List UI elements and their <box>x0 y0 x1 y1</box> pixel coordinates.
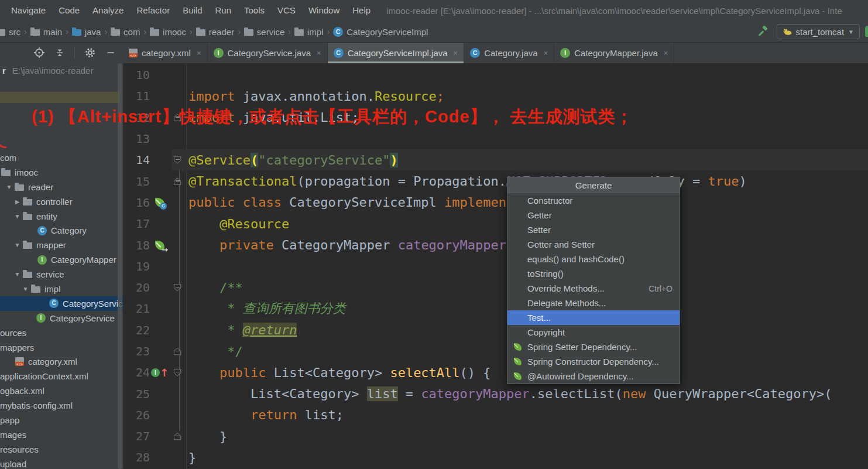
tree-item-mages[interactable]: mages <box>0 427 123 442</box>
generate-item-override-methods-[interactable]: Override Methods...Ctrl+O <box>507 281 680 296</box>
breadcrumb-reader[interactable]: reader <box>196 27 234 37</box>
breadcrumb-java[interactable]: java <box>72 27 101 37</box>
chevron-right-icon[interactable]: ▶ <box>13 198 22 205</box>
tree-item-reader[interactable]: ▼reader <box>0 180 123 194</box>
hide-panel-icon[interactable] <box>105 47 116 58</box>
generate-item-setter[interactable]: Setter <box>507 222 680 237</box>
chevron-down-icon[interactable]: ▼ <box>13 213 22 220</box>
tree-item-ources[interactable]: ources <box>0 326 123 340</box>
breadcrumb-src[interactable]: src <box>0 27 20 37</box>
tree-item-mybatis-config.xml[interactable]: mybatis-config.xml <box>0 398 123 413</box>
project-root[interactable]: r E:\java\imooc-reader <box>2 66 93 76</box>
spring-autowired-icon[interactable]: → <box>155 240 165 251</box>
generate-item-test-[interactable]: Test... <box>507 310 680 325</box>
tree-item-impl[interactable]: ▼impl <box>0 282 123 296</box>
generate-item-tostring-[interactable]: toString() <box>507 266 680 281</box>
fold-down-icon[interactable] <box>174 156 181 164</box>
line-number[interactable]: 11 <box>123 89 150 103</box>
tree-item-papp[interactable]: papp <box>0 413 123 427</box>
run-configuration-select[interactable]: start_tomcat ▼ <box>777 24 860 39</box>
close-tab-icon[interactable]: × <box>317 49 321 57</box>
breadcrumb-imooc[interactable]: imooc <box>150 27 186 37</box>
generate-item-spring-constructor-dependency-[interactable]: Spring Constructor Dependency... <box>507 354 680 369</box>
tab-category.xml[interactable]: category.xml× <box>123 42 208 63</box>
generate-item-getter-and-setter[interactable]: Getter and Setter <box>507 237 680 252</box>
tab-CategoryServiceImpl.java[interactable]: CCategoryServiceImpl.java× <box>328 42 465 63</box>
breadcrumb-com[interactable]: com <box>111 27 140 37</box>
menu-item-analyze[interactable]: Analyze <box>86 0 130 21</box>
tab-Category.java[interactable]: CCategory.java× <box>464 42 554 63</box>
breadcrumb-impl[interactable]: impl <box>294 27 324 37</box>
fold-down-icon[interactable] <box>174 369 181 376</box>
tree-item-upload[interactable]: upload <box>0 457 123 469</box>
line-number[interactable]: 28 <box>123 450 150 464</box>
menu-item-tools[interactable]: Tools <box>238 0 271 21</box>
tree-item-Category[interactable]: CCategory <box>0 223 123 238</box>
fold-up-icon[interactable] <box>174 433 181 440</box>
generate-item-spring-setter-dependency-[interactable]: Spring Setter Dependency... <box>507 340 680 354</box>
tree-item-mappers[interactable]: mappers <box>0 340 123 355</box>
spring-bean-icon[interactable]: C <box>155 197 165 208</box>
breadcrumb-service[interactable]: service <box>244 27 285 37</box>
chevron-down-icon[interactable]: ▼ <box>5 184 13 190</box>
line-number[interactable]: 15 <box>123 174 150 189</box>
generate-item-delegate-methods-[interactable]: Delegate Methods... <box>507 296 680 310</box>
tab-CategoryMapper.java[interactable]: ICategoryMapper.java× <box>554 42 674 63</box>
chevron-down-icon[interactable]: ▼ <box>21 286 30 292</box>
settings-gear-icon[interactable] <box>84 47 96 59</box>
close-tab-icon[interactable]: × <box>197 49 201 57</box>
tree-item-ogback.xml[interactable]: ogback.xml <box>0 384 123 398</box>
line-number[interactable]: 16 <box>123 196 150 210</box>
fold-down-icon[interactable] <box>174 284 181 292</box>
tree-item-mapper[interactable]: ▼mapper <box>0 238 123 252</box>
line-number[interactable]: 25 <box>123 387 150 401</box>
line-number[interactable]: 17 <box>123 217 150 231</box>
chevron-down-icon[interactable]: ▼ <box>13 242 22 248</box>
tab-CategoryService.java[interactable]: ICategoryService.java× <box>208 42 328 63</box>
close-tab-icon[interactable]: × <box>454 49 458 57</box>
tree-item-CategoryMapper[interactable]: ICategoryMapper <box>0 252 123 267</box>
close-tab-icon[interactable]: × <box>544 49 548 57</box>
close-tab-icon[interactable]: × <box>664 49 668 57</box>
tree-item-entity[interactable]: ▼entity <box>0 209 123 224</box>
tree-item-service[interactable]: ▼service <box>0 267 123 282</box>
breadcrumb-main[interactable]: main <box>30 27 63 37</box>
collapse-all-icon[interactable] <box>54 47 65 58</box>
tree-item-category.xml[interactable]: category.xml <box>0 354 123 369</box>
fold-up-icon[interactable] <box>174 177 181 185</box>
line-number[interactable]: 24 <box>123 365 150 379</box>
menu-item-vcs[interactable]: VCS <box>271 0 302 21</box>
line-number[interactable]: 21 <box>123 302 150 316</box>
menu-item-refactor[interactable]: Refactor <box>130 0 176 21</box>
line-number[interactable]: 13 <box>123 132 150 146</box>
generate-item-getter[interactable]: Getter <box>507 208 680 222</box>
tree-item-CategoryService[interactable]: ICategoryService <box>0 311 123 326</box>
build-hammer-icon[interactable] <box>757 26 768 37</box>
menu-item-help[interactable]: Help <box>346 0 377 21</box>
tree-item-controller[interactable]: ▶controller <box>0 194 123 209</box>
fold-up-icon[interactable] <box>174 348 181 355</box>
menu-item-code[interactable]: Code <box>52 0 86 21</box>
line-number[interactable]: 18 <box>123 238 150 252</box>
tree-item-resources[interactable]: resources <box>0 442 123 457</box>
menu-item-navigate[interactable]: Navigate <box>5 0 52 21</box>
menu-item-build[interactable]: Build <box>176 0 208 21</box>
line-number[interactable]: 14 <box>123 153 150 167</box>
line-number[interactable]: 23 <box>123 344 150 358</box>
tree-item-com[interactable]: com <box>0 150 123 165</box>
chevron-down-icon[interactable]: ▼ <box>13 271 22 278</box>
tree-item-CategoryServic[interactable]: CCategoryServic <box>0 296 123 311</box>
line-number[interactable]: 19 <box>123 259 150 273</box>
line-number[interactable]: 20 <box>123 280 150 295</box>
generate-item-constructor[interactable]: Constructor <box>507 193 680 208</box>
line-number[interactable]: 22 <box>123 323 150 337</box>
run-button[interactable] <box>865 26 868 37</box>
generate-item-copyright[interactable]: Copyright <box>507 325 680 340</box>
generate-item-equals-and-hashcode-[interactable]: equals() and hashCode() <box>507 252 680 266</box>
line-number[interactable]: 26 <box>123 408 150 422</box>
locate-file-icon[interactable] <box>33 47 45 59</box>
generate-item-@autowired-dependency-[interactable]: @Autowired Dependency... <box>507 369 680 384</box>
menu-item-run[interactable]: Run <box>209 0 238 21</box>
tree-item-applicationContext.xml[interactable]: applicationContext.xml <box>0 369 123 384</box>
breadcrumb-CategoryServiceImpl[interactable]: CCategoryServiceImpl <box>333 27 428 37</box>
